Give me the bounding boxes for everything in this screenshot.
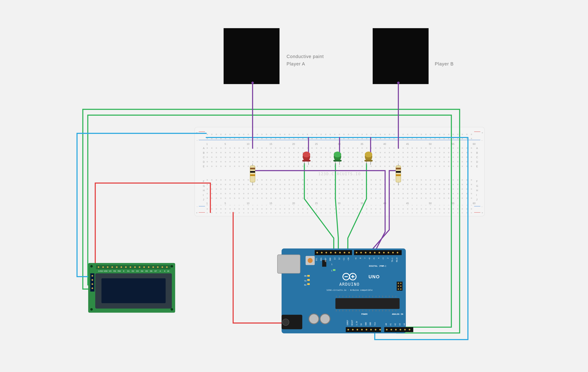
svg-text:SCL: SCL: [315, 258, 317, 261]
pad-a-label1: Conductive paint: [286, 54, 324, 59]
svg-text:-: -: [197, 205, 198, 208]
svg-rect-66: [250, 168, 255, 169]
svg-text:10: 10: [247, 202, 250, 205]
svg-text:ON: ON: [304, 275, 306, 277]
svg-rect-74: [396, 174, 401, 176]
lcd-top-pin-row: [96, 265, 171, 269]
svg-text:30: 30: [338, 202, 340, 205]
svg-point-278: [171, 308, 173, 311]
svg-rect-160: [307, 275, 310, 277]
svg-point-168: [330, 252, 332, 253]
svg-text:RESET: RESET: [351, 320, 353, 325]
svg-text:5: 5: [225, 143, 226, 145]
svg-text:TX→1: TX→1: [391, 258, 393, 262]
svg-text:~10: ~10: [347, 258, 349, 261]
svg-point-169: [335, 252, 336, 253]
svg-text:G: G: [203, 185, 205, 187]
svg-rect-18: [205, 178, 474, 201]
svg-text:DIGITAL (PWM~): DIGITAL (PWM~): [369, 265, 386, 267]
svg-text:8: 8: [359, 258, 361, 259]
svg-point-207: [361, 329, 363, 330]
svg-point-247: [130, 266, 131, 268]
svg-point-175: [365, 252, 367, 253]
svg-text:40: 40: [383, 143, 386, 145]
svg-text:D5: D5: [146, 270, 148, 272]
svg-point-275: [90, 265, 93, 267]
svg-text:5V: 5V: [360, 323, 362, 326]
svg-point-238: [92, 287, 93, 289]
svg-text:~6: ~6: [368, 258, 371, 260]
arduino-brand: ARDUINO: [339, 282, 360, 287]
svg-text:VDD: VDD: [104, 270, 107, 272]
svg-point-174: [360, 252, 362, 253]
rail-minus-top: -: [197, 139, 198, 142]
svg-text:B: B: [203, 151, 205, 154]
svg-text:55: 55: [452, 143, 454, 145]
svg-text:D1: D1: [127, 270, 129, 272]
svg-point-254: [161, 266, 163, 268]
svg-point-277: [90, 308, 93, 311]
svg-text:TX: TX: [304, 280, 306, 282]
svg-text:12: 12: [338, 258, 340, 260]
svg-point-172: [348, 252, 350, 253]
svg-point-208: [366, 329, 367, 330]
svg-text:VSS: VSS: [99, 270, 103, 272]
svg-rect-73: [396, 171, 401, 173]
svg-text:+: +: [482, 131, 483, 134]
svg-point-210: [375, 329, 377, 330]
svg-point-170: [339, 252, 341, 253]
svg-point-249: [139, 266, 140, 268]
svg-text:GND: GND: [369, 322, 371, 326]
svg-point-171: [344, 252, 345, 253]
svg-point-103: [398, 286, 399, 287]
svg-point-109: [320, 314, 330, 324]
svg-text:5: 5: [225, 202, 226, 205]
svg-text:45: 45: [406, 143, 409, 145]
svg-text:J: J: [476, 198, 477, 201]
svg-text:13: 13: [334, 258, 336, 260]
svg-point-211: [379, 329, 381, 330]
svg-point-245: [121, 266, 122, 268]
svg-point-213: [390, 329, 392, 330]
svg-point-99: [308, 258, 313, 263]
svg-point-212: [386, 329, 388, 330]
svg-point-97: [283, 319, 289, 325]
svg-point-108: [309, 314, 319, 324]
svg-point-252: [152, 266, 154, 268]
svg-text:50: 50: [429, 143, 432, 145]
svg-text:E: E: [203, 165, 205, 168]
svg-text:D: D: [476, 160, 478, 163]
svg-point-181: [392, 252, 394, 253]
svg-point-235: [92, 275, 93, 277]
svg-point-246: [125, 266, 127, 268]
svg-text:50: 50: [429, 202, 432, 205]
svg-text:4: 4: [378, 258, 380, 259]
svg-text:A2: A2: [394, 323, 396, 326]
svg-text:D3: D3: [136, 270, 139, 272]
touch-pad-a: Conductive paint Player A: [224, 28, 324, 84]
svg-text:35: 35: [360, 202, 363, 205]
svg-text:L: L: [331, 270, 332, 272]
svg-point-177: [374, 252, 376, 253]
svg-text:K: K: [164, 270, 165, 272]
svg-point-101: [398, 283, 399, 284]
svg-text:~11: ~11: [343, 258, 345, 261]
svg-text:RS: RS: [113, 270, 116, 272]
svg-text:-: -: [482, 205, 483, 208]
svg-text:H: H: [476, 189, 478, 192]
svg-text:POWER: POWER: [361, 313, 368, 315]
svg-text:I: I: [203, 194, 204, 196]
svg-text:35: 35: [360, 143, 363, 145]
svg-rect-86: [333, 160, 342, 161]
svg-text:IOREF: IOREF: [346, 320, 349, 325]
svg-text:-: -: [482, 139, 483, 142]
svg-text:1: 1: [98, 270, 99, 272]
svg-text:GND: GND: [329, 258, 331, 261]
svg-point-80: [303, 152, 310, 157]
svg-text:F: F: [203, 180, 204, 183]
svg-point-165: [316, 252, 318, 253]
svg-text:~3: ~3: [382, 258, 384, 260]
svg-text:AREF: AREF: [325, 258, 327, 262]
svg-text:D2: D2: [132, 270, 134, 272]
svg-text:RX←0: RX←0: [396, 258, 398, 262]
